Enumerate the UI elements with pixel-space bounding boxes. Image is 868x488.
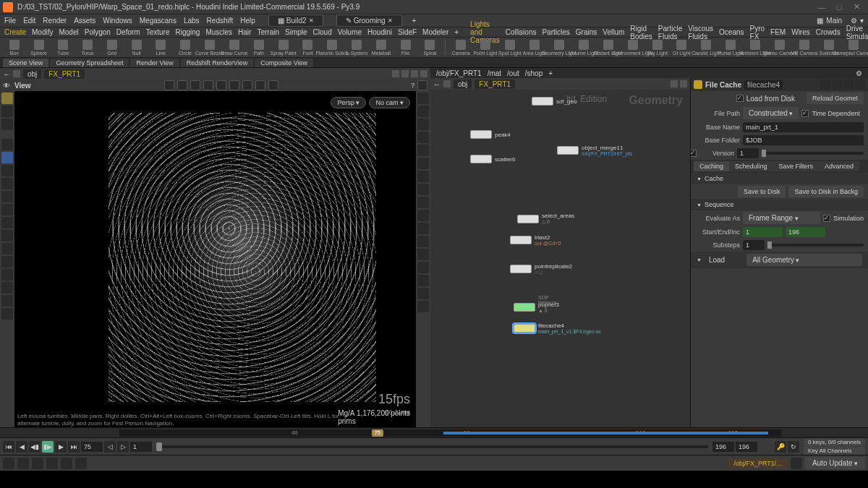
- netpath-add[interactable]: +: [548, 69, 553, 77]
- shelf-geometry-light[interactable]: Geometry Light: [548, 40, 571, 56]
- vtool-icon[interactable]: [1, 230, 13, 241]
- vtool-icon[interactable]: [1, 217, 13, 228]
- shelftab-create[interactable]: Create: [4, 28, 26, 36]
- menu-render[interactable]: Render: [43, 17, 67, 25]
- version-input[interactable]: 1: [737, 148, 759, 158]
- tab-caching[interactable]: Caching: [694, 161, 729, 171]
- shelf-metaball[interactable]: Metaball: [370, 40, 393, 56]
- vh-tool[interactable]: [255, 80, 265, 90]
- shelf-sky-light[interactable]: Sky Light: [646, 40, 669, 56]
- node-peak4[interactable]: peak4: [470, 130, 511, 139]
- sb-icon[interactable]: [17, 458, 29, 469]
- channels-button[interactable]: Key All Channels: [804, 447, 865, 455]
- keys-info[interactable]: 0 keys, 0/0 channels: [804, 438, 865, 446]
- shelf-curve-bezier[interactable]: Curve Bezier: [198, 40, 221, 56]
- rtool-icon[interactable]: [417, 106, 429, 117]
- rtool-icon[interactable]: [417, 262, 429, 273]
- timeline[interactable]: 489614419275: [0, 427, 868, 437]
- node-pointreplicate2[interactable]: pointreplicate2○ □: [510, 263, 572, 275]
- node-name[interactable]: filecache4: [744, 80, 783, 90]
- rtool-icon[interactable]: [417, 184, 429, 195]
- shelf-spiral[interactable]: Spiral: [419, 40, 442, 56]
- tab-scheduling[interactable]: Scheduling: [729, 161, 773, 171]
- shelf-environment-light[interactable]: Environment Light: [621, 40, 644, 56]
- vtool-icon[interactable]: [1, 178, 13, 189]
- rtool-icon[interactable]: [417, 301, 429, 312]
- vtool-icon[interactable]: [1, 308, 13, 320]
- tab-redshift-view[interactable]: Redshift RenderView: [181, 59, 253, 67]
- menu-assets[interactable]: Assets: [74, 17, 95, 25]
- shelf-grid[interactable]: Grid: [101, 40, 124, 56]
- sb-icon[interactable]: [46, 458, 58, 469]
- vtool-icon[interactable]: [1, 165, 13, 176]
- help-icon[interactable]: [855, 80, 865, 90]
- play-rev-button[interactable]: ◀▮: [29, 441, 41, 453]
- shelf-sphere[interactable]: Sphere: [27, 40, 51, 56]
- persp-button[interactable]: Persp ▾: [331, 97, 366, 108]
- shelf-spot-light[interactable]: Spot Light: [498, 40, 522, 56]
- vh-tool[interactable]: [164, 80, 174, 90]
- desk-grooming[interactable]: ✎Grooming✕: [336, 14, 402, 27]
- frame-slider[interactable]: [156, 445, 708, 448]
- home-icon[interactable]: [13, 70, 20, 77]
- node-blast2[interactable]: blast2out-@Cd=0: [510, 234, 561, 246]
- netpath[interactable]: /obj/FX_PRT1: [436, 69, 482, 77]
- sb-icon[interactable]: [75, 458, 87, 469]
- path-obj[interactable]: obj: [23, 69, 41, 79]
- main-desk[interactable]: Main: [826, 17, 842, 25]
- eval-dropdown[interactable]: Frame Range ▾: [743, 212, 820, 224]
- node-object_merge11[interactable]: object_merge11/obj/FX_PRT1/HIT_pts: [557, 145, 632, 156]
- rtool-icon[interactable]: [417, 210, 429, 221]
- node-sdf_geo[interactable]: sdf_geo: [532, 97, 576, 106]
- menu-windows[interactable]: Windows: [103, 17, 132, 25]
- rtool-icon[interactable]: [417, 93, 429, 104]
- sequence-section[interactable]: Sequence: [691, 199, 868, 210]
- menu-labs[interactable]: Labs: [184, 17, 200, 25]
- vh-tool[interactable]: [177, 80, 187, 90]
- rtool-icon[interactable]: [417, 236, 429, 247]
- vh-help-icon[interactable]: [417, 80, 427, 90]
- back-icon[interactable]: ←: [433, 80, 441, 88]
- range-end-input[interactable]: 196: [786, 227, 825, 237]
- vtool-icon[interactable]: [1, 106, 13, 117]
- shelf-tube[interactable]: Tube: [51, 40, 75, 56]
- rtool-icon[interactable]: [417, 288, 429, 299]
- shelf-l-system[interactable]: L-System: [345, 40, 368, 56]
- netpath[interactable]: /out: [507, 69, 519, 77]
- viewport[interactable]: Persp ▾ No cam ▾ 15fps 66.31ms Mg/A 1,17…: [0, 91, 430, 427]
- rtool-icon[interactable]: [417, 132, 429, 143]
- maximize-button[interactable]: □: [835, 3, 843, 12]
- rtool-icon[interactable]: [417, 158, 429, 169]
- menu-file[interactable]: File: [4, 17, 16, 25]
- nocam-button[interactable]: No cam ▾: [369, 97, 410, 108]
- shelf-volume-light[interactable]: Volume Light: [572, 40, 595, 56]
- range-start-input[interactable]: 1: [743, 227, 783, 237]
- save-to-disk-button[interactable]: Save to Disk: [738, 186, 786, 197]
- vh-tool[interactable]: [203, 80, 213, 90]
- reload-button[interactable]: Reload Geomet: [807, 93, 864, 104]
- load-dropdown[interactable]: All Geometry ▾: [746, 254, 862, 266]
- shelf-draw-curve[interactable]: Draw Curve: [223, 40, 246, 56]
- rtool-icon[interactable]: [417, 249, 429, 260]
- shelf-portal-light[interactable]: Portal Light: [719, 40, 742, 56]
- vtool-icon[interactable]: [1, 93, 13, 104]
- load-from-disk-check[interactable]: [736, 95, 744, 102]
- node-popnet3[interactable]: SOP Networkpopnet3▲ 0: [514, 301, 559, 313]
- range-end-input[interactable]: 196: [712, 442, 734, 452]
- global-end-input[interactable]: 196: [736, 442, 757, 452]
- shelf-line[interactable]: Line: [149, 40, 172, 56]
- netpath[interactable]: /mat: [488, 69, 501, 77]
- shelf-gamepad-camera[interactable]: Gamepad Camera: [842, 40, 865, 56]
- sb-icon[interactable]: [61, 458, 72, 469]
- basefolder-input[interactable]: $JOB: [743, 135, 864, 145]
- shelf-box[interactable]: Box: [3, 40, 26, 56]
- tab-savefilters[interactable]: Save Filters: [773, 161, 820, 171]
- first-frame-button[interactable]: ⏮: [3, 441, 14, 453]
- vtool-icon[interactable]: [1, 282, 13, 294]
- vtool-icon[interactable]: [1, 243, 13, 254]
- sim-check[interactable]: [823, 215, 830, 222]
- sb-icon[interactable]: [3, 458, 14, 469]
- shelf-camera[interactable]: Camera: [449, 40, 472, 56]
- refresh-icon[interactable]: [791, 458, 802, 469]
- vtool-icon[interactable]: [1, 191, 13, 202]
